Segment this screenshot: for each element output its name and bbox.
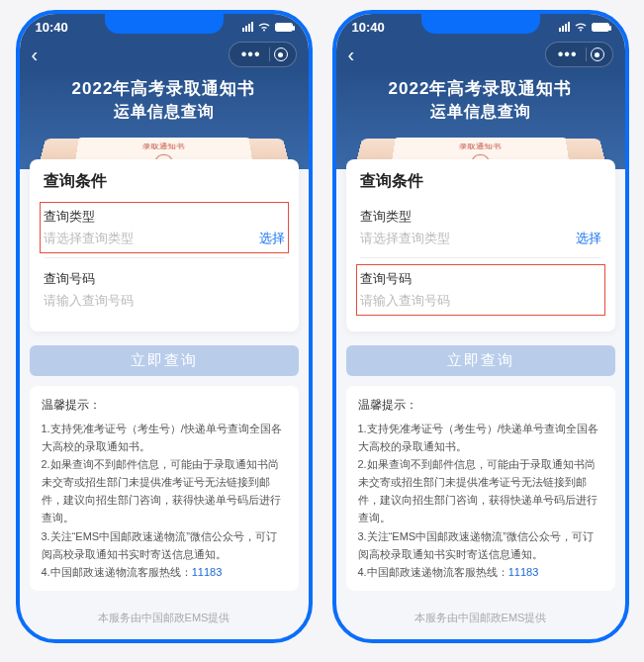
nav-bar: ‹ ••• (20, 40, 309, 69)
select-button[interactable]: 选择 (576, 230, 601, 247)
banner: 2022年高考录取通知书 运单信息查询 录取通知书 ✶ (336, 69, 625, 169)
battery-icon (275, 23, 293, 32)
tips-card: 温馨提示： 1.支持凭准考证号（考生号）/快递单号查询全国各大高校的录取通知书。… (30, 386, 299, 591)
banner-title: 2022年高考录取通知书 (20, 69, 309, 100)
query-type-label: 查询类型 (360, 208, 601, 226)
close-target-icon[interactable] (591, 47, 604, 61)
query-number-field[interactable]: 查询号码 请输入查询号码 (44, 264, 285, 320)
query-number-field[interactable]: 查询号码 请输入查询号码 (360, 264, 601, 320)
query-number-placeholder: 请输入查询号码 (44, 292, 134, 310)
query-type-field[interactable]: 查询类型 请选择查询类型 选择 (360, 202, 601, 258)
status-indicators (559, 22, 609, 32)
miniprogram-capsule[interactable]: ••• (229, 42, 297, 67)
footer-text: 本服务由中国邮政EMS提供 (20, 601, 309, 639)
wifi-icon (257, 22, 271, 32)
query-type-field[interactable]: 查询类型 请选择查询类型 选择 (44, 202, 285, 258)
query-type-placeholder: 请选择查询类型 (44, 230, 134, 247)
tips-heading: 温馨提示： (42, 396, 287, 416)
tips-line-1: 1.支持凭准考证号（考生号）/快递单号查询全国各大高校的录取通知书。 (358, 420, 603, 455)
submit-label: 立即查询 (447, 351, 514, 370)
footer-text: 本服务由中国邮政EMS提供 (336, 601, 625, 639)
more-icon[interactable]: ••• (554, 46, 582, 63)
phone-frame-right: 10:40 ‹ ••• 2022年高考录取通知书 运单信息查询 录取通知书 ✶ … (332, 10, 629, 643)
phone-notch (421, 14, 540, 34)
tips-line-2: 2.如果查询不到邮件信息，可能由于录取通知书尚未交寄或招生部门未提供准考证号无法… (42, 455, 287, 527)
tips-line-3: 3.关注“EMS中国邮政速递物流”微信公众号，可订阅高校录取通知书实时寄送信息通… (358, 527, 603, 563)
query-card: 查询条件 查询类型 请选择查询类型 选择 查询号码 请输入查询号码 (30, 159, 299, 331)
status-indicators (242, 22, 293, 32)
select-button[interactable]: 选择 (259, 230, 285, 247)
query-number-label: 查询号码 (44, 270, 285, 288)
wifi-icon (574, 22, 588, 32)
tips-line-2: 2.如果查询不到邮件信息，可能由于录取通知书尚未交寄或招生部门未提供准考证号无法… (358, 455, 603, 527)
phone-frame-left: 10:40 ‹ ••• 2022年高考录取通知书 运单信息查询 录取通知书 ✶ … (16, 10, 313, 643)
card-title: 查询条件 (44, 171, 285, 192)
letter-label: 录取通知书 (142, 142, 185, 151)
submit-button[interactable]: 立即查询 (30, 345, 299, 376)
tips-line-1: 1.支持凭准考证号（考生号）/快递单号查询全国各大高校的录取通知书。 (42, 420, 287, 455)
phone-notch (105, 14, 224, 34)
nav-bar: ‹ ••• (336, 40, 625, 69)
query-number-label: 查询号码 (360, 270, 601, 288)
banner: 2022年高考录取通知书 运单信息查询 录取通知书 ✶ (20, 69, 309, 169)
back-icon[interactable]: ‹ (348, 44, 355, 66)
submit-button[interactable]: 立即查询 (346, 345, 615, 376)
tips-line-4: 4.中国邮政速递物流客服热线：11183 (358, 563, 603, 581)
query-number-placeholder: 请输入查询号码 (360, 292, 450, 310)
back-icon[interactable]: ‹ (32, 44, 39, 66)
miniprogram-capsule[interactable]: ••• (545, 42, 613, 67)
battery-icon (592, 23, 609, 32)
query-card: 查询条件 查询类型 请选择查询类型 选择 查询号码 请输入查询号码 (346, 159, 615, 331)
hotline-number[interactable]: 11183 (508, 566, 539, 578)
hotline-number[interactable]: 11183 (192, 566, 223, 578)
more-icon[interactable]: ••• (237, 46, 265, 63)
query-type-placeholder: 请选择查询类型 (360, 230, 450, 247)
close-target-icon[interactable] (274, 47, 288, 61)
tips-heading: 温馨提示： (358, 396, 603, 416)
status-time: 10:40 (352, 20, 385, 35)
tips-line-4: 4.中国邮政速递物流客服热线：11183 (42, 563, 287, 581)
card-title: 查询条件 (360, 171, 601, 192)
status-time: 10:40 (36, 20, 68, 35)
signal-icon (242, 22, 253, 32)
query-type-label: 查询类型 (44, 208, 285, 226)
tips-line-3: 3.关注“EMS中国邮政速递物流”微信公众号，可订阅高校录取通知书实时寄送信息通… (42, 527, 287, 563)
signal-icon (559, 22, 570, 32)
tips-card: 温馨提示： 1.支持凭准考证号（考生号）/快递单号查询全国各大高校的录取通知书。… (346, 386, 615, 591)
letter-label: 录取通知书 (459, 142, 502, 151)
banner-title: 2022年高考录取通知书 (336, 69, 625, 100)
submit-label: 立即查询 (131, 351, 198, 370)
